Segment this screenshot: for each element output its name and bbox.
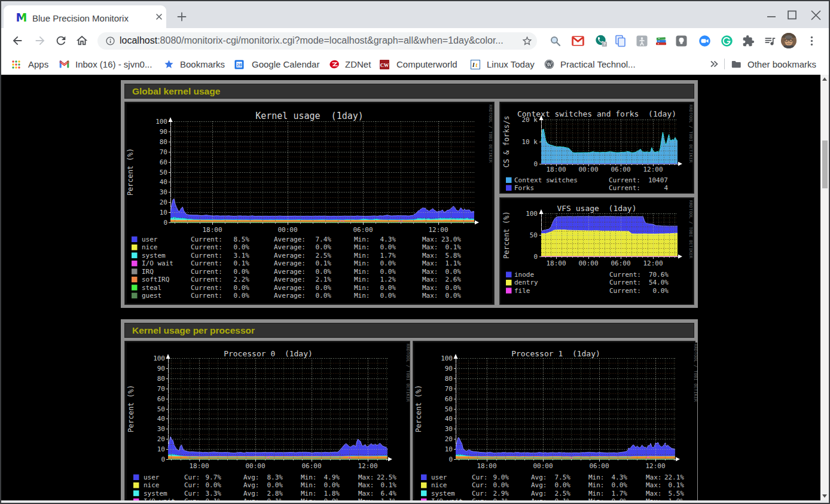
svg-text:Average:: Average: (274, 252, 306, 259)
kernel-usage-rrd-image: Kernel usage (1day)Percent (%)0102030405… (127, 103, 492, 303)
svg-text:system: system (144, 490, 167, 497)
new-tab-button[interactable] (175, 10, 188, 23)
bookmark-practical-tech[interactable]: Practical Technol... (544, 59, 636, 69)
svg-text:Cur:: Cur: (472, 490, 488, 497)
svg-text:Max:: Max: (422, 292, 438, 300)
bookmarks-overflow-icon[interactable] (709, 60, 719, 68)
svg-text:4.3%: 4.3% (380, 236, 396, 243)
svg-text:0.0%: 0.0% (380, 268, 396, 276)
processor-1-rrd-image: Processor 1 (1day)Percent (%)01020304050… (414, 343, 697, 500)
svg-text:Current:: Current: (191, 292, 222, 300)
url-host: localhost (120, 35, 157, 45)
svg-text:70: 70 (160, 148, 167, 156)
reload-icon[interactable] (54, 34, 68, 47)
section-global-kernel-usage: Global kernel usage Kernel usage (1day)P… (121, 80, 698, 308)
svg-text:4: 4 (664, 184, 668, 192)
extensions-puzzle-icon[interactable] (742, 35, 755, 47)
linuxtoday-icon: l t (471, 60, 480, 69)
zoom-extension-icon[interactable] (698, 35, 711, 47)
accessibility-extension-icon[interactable] (636, 35, 648, 47)
svg-text:50: 50 (530, 231, 538, 239)
back-icon[interactable] (11, 34, 24, 47)
scrollbar-thumb[interactable] (822, 140, 828, 188)
voice-extension-icon[interactable]: ? (595, 35, 608, 47)
processor-0-rrd-image: Processor 0 (1day)Percent (%)01020304050… (127, 343, 410, 500)
vfs-usage-graph[interactable]: VFS usage (1day)Percent (%)05010018:0000… (499, 197, 694, 305)
processor-1-graph[interactable]: Processor 1 (1day)Percent (%)01020304050… (413, 341, 695, 500)
vertical-scrollbar[interactable] (820, 75, 829, 500)
svg-text:Current:: Current: (191, 252, 222, 259)
browser-window: {"browser":{"tab":{"title":"Blue Precisi… (0, 0, 830, 504)
bookmark-linuxtoday[interactable]: l t Linux Today (471, 59, 535, 69)
bookmark-apps[interactable]: Apps (11, 59, 48, 69)
svg-text:54.0%: 54.0% (649, 279, 669, 286)
active-tab[interactable]: M M Blue Precision Monitorix (4, 5, 166, 28)
svg-text:0.0%: 0.0% (493, 481, 509, 489)
tab-close-icon[interactable] (154, 12, 164, 22)
svg-text:2.9%: 2.9% (493, 490, 509, 497)
gmail-extension-icon[interactable] (572, 35, 584, 47)
svg-text:0.1%: 0.1% (669, 481, 685, 489)
svg-text:23.0%: 23.0% (441, 236, 461, 243)
svg-text:Current:: Current: (191, 284, 222, 292)
processor-0-graph[interactable]: Processor 0 (1day)Percent (%)01020304050… (124, 341, 410, 500)
svg-text:Max:: Max: (422, 243, 438, 251)
svg-text:Min:: Min: (354, 243, 370, 251)
svg-text:Current:: Current: (609, 184, 640, 192)
svg-text:Processor 1 (1day): Processor 1 (1day) (511, 349, 600, 358)
svg-text:user: user (142, 236, 158, 243)
svg-text:Cur:: Cur: (184, 474, 200, 481)
playlist-extension-icon[interactable] (764, 35, 776, 47)
svg-text:28: 28 (237, 62, 242, 67)
bookmark-star-icon[interactable] (521, 35, 533, 47)
bookmark-zdnet[interactable]: ZDNet (329, 59, 371, 69)
vfs-usage-rrd-image: VFS usage (1day)Percent (%)05010018:0000… (501, 199, 692, 304)
svg-text:Percent (%): Percent (%) (502, 211, 511, 258)
svg-text:Max:: Max: (422, 276, 438, 283)
svg-text:RRDTOOL / TOBI OETIKER: RRDTOOL / TOBI OETIKER (488, 105, 492, 163)
svg-text:system: system (431, 490, 455, 497)
section-kernel-usage-per-processor: Kernel usage per processor Processor 0 (… (121, 319, 698, 500)
window-border-left (0, 0, 1, 504)
bookmark-calendar[interactable]: 28 Google Calendar (234, 59, 319, 69)
window-controls (751, 9, 829, 25)
svg-text:1.7%: 1.7% (380, 252, 396, 259)
search-extension-icon[interactable] (549, 35, 562, 47)
svg-text:50: 50 (160, 169, 167, 176)
svg-text:Current:: Current: (191, 276, 222, 283)
close-window-icon[interactable] (811, 11, 820, 20)
grammarly-extension-icon[interactable] (721, 35, 733, 47)
books-extension-icon[interactable] (655, 35, 667, 47)
url-text[interactable]: localhost:8080/monitorix-cgi/monitorix.c… (120, 35, 504, 46)
kernel-usage-graph[interactable]: Kernel usage (1day)Percent (%)0102030405… (124, 102, 495, 305)
forward-icon[interactable] (33, 34, 47, 47)
bookmark-bookmarks[interactable]: Bookmarks (164, 59, 225, 69)
svg-text:00:00: 00:00 (533, 462, 553, 470)
menu-dots-icon[interactable] (805, 35, 818, 47)
svg-text:Avg:: Avg: (531, 474, 547, 481)
context-switches-graph[interactable]: Context switches and forks (1day)CS & fo… (499, 102, 694, 194)
svg-text:0.0%: 0.0% (316, 243, 332, 251)
svg-text:1.1%: 1.1% (445, 259, 462, 267)
bookmark-computerworld[interactable]: CW Computerworld (380, 59, 457, 69)
bookmark-other-folder[interactable]: Other bookmarks (731, 59, 816, 69)
svg-text:Cur:: Cur: (472, 481, 488, 489)
scrollbar-down-icon[interactable] (820, 491, 829, 500)
info-icon[interactable] (105, 36, 115, 46)
keep-lamp-extension-icon[interactable] (675, 35, 688, 47)
scrollbar-up-icon[interactable] (820, 75, 829, 84)
svg-text:12:00: 12:00 (643, 166, 663, 173)
svg-text:user: user (144, 474, 160, 481)
svg-text:Max:: Max: (646, 481, 662, 489)
svg-text:4.9%: 4.9% (324, 474, 340, 481)
copy-pages-extension-icon[interactable] (614, 35, 627, 47)
svg-text:system: system (142, 252, 166, 259)
svg-text:20: 20 (445, 435, 453, 443)
profile-avatar[interactable] (781, 33, 797, 48)
svg-text:18:00: 18:00 (546, 259, 566, 267)
bookmark-inbox[interactable]: Inbox (16) - sjvn0... (59, 59, 152, 69)
svg-text:Max:: Max: (422, 284, 438, 292)
maximize-icon[interactable] (788, 11, 796, 19)
svg-text:4.3%: 4.3% (612, 474, 628, 481)
home-icon[interactable] (75, 34, 89, 47)
